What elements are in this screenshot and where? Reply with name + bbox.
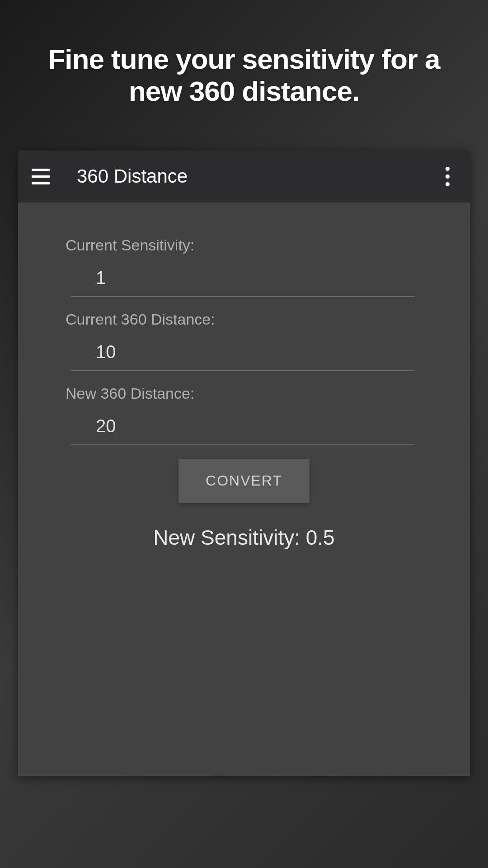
menu-icon[interactable]	[27, 163, 54, 190]
current-sensitivity-input[interactable]	[71, 261, 414, 297]
result-text: New Sensitivity: 0.5	[66, 525, 422, 550]
new-distance-group: New 360 Distance:	[66, 385, 422, 445]
current-distance-group: Current 360 Distance:	[66, 311, 422, 371]
app-bar: 360 Distance	[18, 151, 470, 203]
new-distance-label: New 360 Distance:	[66, 385, 422, 402]
more-options-icon[interactable]	[434, 163, 461, 190]
convert-button[interactable]: CONVERT	[178, 459, 310, 503]
current-sensitivity-label: Current Sensitivity:	[66, 236, 422, 254]
content-area: Current Sensitivity: Current 360 Distanc…	[18, 203, 470, 776]
app-title: 360 Distance	[77, 165, 434, 187]
current-distance-input[interactable]	[71, 335, 414, 371]
current-distance-label: Current 360 Distance:	[66, 311, 422, 328]
page-tagline: Fine tune your sensitivity for a new 360…	[0, 0, 488, 108]
app-window: 360 Distance Current Sensitivity: Curren…	[18, 151, 470, 776]
current-sensitivity-group: Current Sensitivity:	[66, 236, 422, 297]
new-distance-input[interactable]	[71, 409, 414, 445]
